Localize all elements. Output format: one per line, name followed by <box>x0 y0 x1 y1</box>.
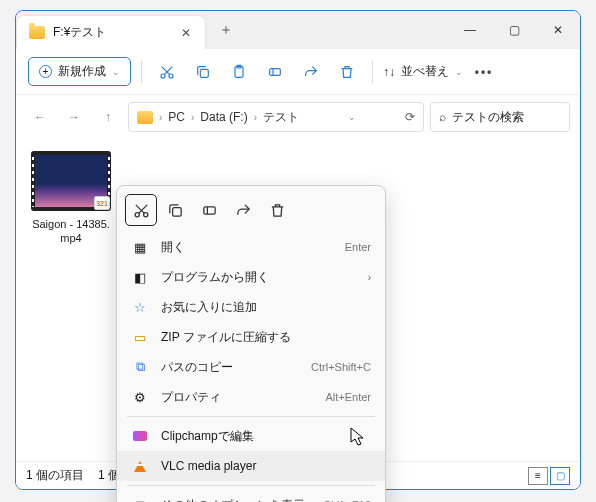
grid-view-button[interactable]: ▢ <box>550 467 570 485</box>
new-tab-button[interactable]: ＋ <box>206 11 246 49</box>
file-name: Saigon - 14385.mp4 <box>28 217 114 246</box>
plus-icon: + <box>39 65 52 78</box>
toolbar: + 新規作成 ⌄ ↑↓ 並べ替え ⌄ ••• <box>16 49 580 95</box>
crumb-drive[interactable]: Data (F:) <box>200 110 247 124</box>
ctx-open[interactable]: ▦開くEnter <box>117 232 385 262</box>
copy-icon[interactable] <box>188 57 218 87</box>
ctx-copy-path[interactable]: ⧉パスのコピーCtrl+Shift+C <box>117 352 385 382</box>
ctx-delete-icon[interactable] <box>261 194 293 226</box>
paste-icon[interactable] <box>224 57 254 87</box>
more-button[interactable]: ••• <box>469 57 499 87</box>
chevron-right-icon: › <box>254 112 257 123</box>
close-tab-icon[interactable]: ✕ <box>179 26 193 40</box>
video-thumbnail: 321 <box>31 151 111 211</box>
rename-icon[interactable] <box>260 57 290 87</box>
new-label: 新規作成 <box>58 63 106 80</box>
open-icon: ▦ <box>131 238 149 256</box>
refresh-icon[interactable]: ⟳ <box>405 110 415 124</box>
search-placeholder: テストの検索 <box>452 109 524 126</box>
navbar: ← → ↑ › PC › Data (F:) › テスト ⌄ ⟳ ⌕ テストの検… <box>16 95 580 139</box>
titlebar: F:¥テスト ✕ ＋ ― ▢ ✕ <box>16 11 580 49</box>
status-items: 1 個の項目 <box>26 467 84 484</box>
more-icon: ⊡ <box>131 496 149 502</box>
forward-button[interactable]: → <box>60 103 88 131</box>
copypath-icon: ⧉ <box>131 358 149 376</box>
chevron-down-icon: ⌄ <box>112 67 120 77</box>
star-icon: ☆ <box>131 298 149 316</box>
openwith-icon: ◧ <box>131 268 149 286</box>
svg-rect-9 <box>203 206 214 213</box>
tab-active[interactable]: F:¥テスト ✕ <box>16 15 206 49</box>
cut-icon[interactable] <box>152 57 182 87</box>
ctx-clipchamp[interactable]: Clipchampで編集 <box>117 421 385 451</box>
folder-icon <box>29 26 45 39</box>
vlc-icon <box>131 457 149 475</box>
context-menu: ▦開くEnter ◧プログラムから開く› ☆お気に入りに追加 ▭ZIP ファイル… <box>116 185 386 502</box>
up-button[interactable]: ↑ <box>94 103 122 131</box>
svg-rect-5 <box>270 68 281 75</box>
file-item[interactable]: 321 Saigon - 14385.mp4 <box>28 151 114 246</box>
chevron-down-icon[interactable]: ⌄ <box>348 112 356 122</box>
chevron-right-icon: › <box>159 112 162 123</box>
ctx-vlc[interactable]: VLC media player <box>117 451 385 481</box>
properties-icon: ⚙ <box>131 388 149 406</box>
back-button[interactable]: ← <box>26 103 54 131</box>
context-quick-actions <box>117 192 385 232</box>
ctx-open-with[interactable]: ◧プログラムから開く› <box>117 262 385 292</box>
ctx-rename-icon[interactable] <box>193 194 225 226</box>
sort-icon: ↑↓ <box>383 65 395 79</box>
ctx-zip[interactable]: ▭ZIP ファイルに圧縮する <box>117 322 385 352</box>
crumb-pc[interactable]: PC <box>168 110 185 124</box>
ctx-favorite[interactable]: ☆お気に入りに追加 <box>117 292 385 322</box>
share-icon[interactable] <box>296 57 326 87</box>
ctx-copy-icon[interactable] <box>159 194 191 226</box>
sort-label: 並べ替え <box>401 63 449 80</box>
chevron-right-icon: › <box>191 112 194 123</box>
address-bar[interactable]: › PC › Data (F:) › テスト ⌄ ⟳ <box>128 102 424 132</box>
search-icon: ⌕ <box>439 110 446 124</box>
search-box[interactable]: ⌕ テストの検索 <box>430 102 570 132</box>
cursor-icon <box>350 427 366 447</box>
zip-icon: ▭ <box>131 328 149 346</box>
folder-icon <box>137 111 153 124</box>
svg-rect-8 <box>172 207 181 216</box>
ctx-more-options[interactable]: ⊡その他のオプションを表示Shift+F10 <box>117 490 385 502</box>
ctx-properties[interactable]: ⚙プロパティAlt+Enter <box>117 382 385 412</box>
close-button[interactable]: ✕ <box>536 11 580 49</box>
ctx-share-icon[interactable] <box>227 194 259 226</box>
clipchamp-icon <box>131 427 149 445</box>
window-controls: ― ▢ ✕ <box>448 11 580 49</box>
ctx-cut-icon[interactable] <box>125 194 157 226</box>
new-button[interactable]: + 新規作成 ⌄ <box>28 57 131 86</box>
svg-rect-2 <box>200 69 208 77</box>
chevron-right-icon: › <box>368 272 371 283</box>
chevron-down-icon: ⌄ <box>455 67 463 77</box>
delete-icon[interactable] <box>332 57 362 87</box>
maximize-button[interactable]: ▢ <box>492 11 536 49</box>
minimize-button[interactable]: ― <box>448 11 492 49</box>
tab-title: F:¥テスト <box>53 24 171 41</box>
sort-button[interactable]: ↑↓ 並べ替え ⌄ <box>383 63 463 80</box>
crumb-folder[interactable]: テスト <box>263 109 299 126</box>
list-view-button[interactable]: ≡ <box>528 467 548 485</box>
